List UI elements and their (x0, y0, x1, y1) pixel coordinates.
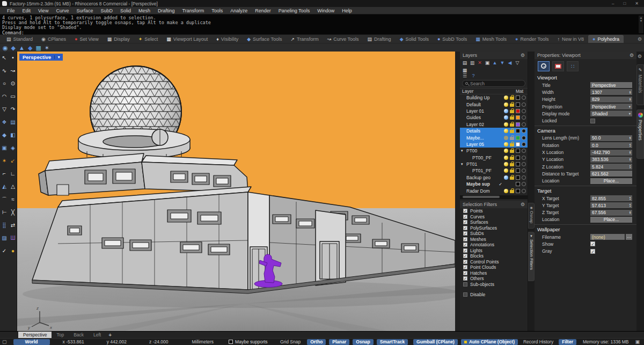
layer-list-hscrollbar[interactable] (460, 195, 528, 199)
layer-row-layer-01[interactable]: Layer 01 (460, 108, 528, 114)
pyramid-tool[interactable]: △ (9, 180, 17, 193)
delete-layer-icon[interactable]: ✕ (477, 60, 482, 65)
ellipse-tool[interactable]: ⊙ (9, 77, 17, 90)
layer-lock-icon[interactable] (510, 170, 514, 173)
status-world[interactable]: World (13, 339, 50, 345)
box-tool[interactable]: ▣ (0, 142, 9, 155)
layer-lock-icon[interactable] (510, 163, 514, 166)
toolbar-tab-select[interactable]: ✦Select (134, 35, 163, 43)
arc-tool[interactable]: ◠ (0, 90, 9, 103)
filter-layers-icon[interactable]: ▽ (515, 60, 520, 65)
filename-field[interactable]: (none) (590, 234, 625, 240)
checkbox-icon[interactable] (463, 282, 467, 287)
toolbar-tab-set-view[interactable]: ●Set View (70, 35, 103, 43)
toolbar-tab-new-in-v8[interactable]: ↑New in V8 (553, 35, 588, 43)
surface-tool[interactable]: ❖ (0, 116, 9, 129)
distance-to-target-field[interactable]: 621.562 (590, 171, 632, 177)
layer-lock-icon[interactable] (510, 123, 514, 127)
cone-tool[interactable]: ◭ (0, 180, 9, 193)
selection-filters-gear-icon[interactable]: ⚙ (521, 202, 525, 207)
menu-item-analyze[interactable]: Analyze (226, 8, 251, 13)
named-view-tool[interactable]: Ш (9, 232, 17, 245)
layer-visibility-bulb-icon[interactable] (504, 162, 508, 166)
filter-point-clouds[interactable]: ✓Point Clouds (460, 265, 528, 270)
menu-item-render[interactable]: Render (251, 8, 275, 13)
filter-surfaces[interactable]: ✓Surfaces (460, 219, 528, 225)
status-osnap[interactable]: Osnap (353, 339, 373, 345)
layer-material-icon[interactable] (522, 136, 526, 140)
status-auto-cplane[interactable]: Auto CPlane (Object) (461, 339, 518, 345)
layer-color-swatch[interactable] (516, 109, 520, 113)
detail-properties-button[interactable] (552, 61, 564, 71)
location-button[interactable]: Place... (590, 217, 632, 223)
layer-row-pt00[interactable]: ▾PT00 (460, 148, 528, 154)
toolbar-tab-subd-tools[interactable]: ●SubD Tools (433, 35, 471, 43)
layer-color-swatch[interactable] (516, 162, 520, 166)
layer-visibility-bulb-icon[interactable] (504, 122, 508, 127)
status-record-history[interactable]: Record History (523, 339, 553, 344)
layer-color-swatch[interactable] (516, 96, 520, 100)
status-grid-snap[interactable]: Grid Snap (280, 339, 301, 344)
layer-visibility-bulb-icon[interactable] (504, 189, 508, 193)
layer-lock-icon[interactable] (510, 104, 514, 107)
layer-row-pt00-pf[interactable]: PT00_PF (460, 155, 528, 161)
menu-item-help[interactable]: Help (338, 8, 356, 13)
layer-menu-icon[interactable]: ☰ (462, 73, 467, 78)
checkbox-icon[interactable]: ✓ (463, 209, 467, 213)
toolbar-tab-visibility[interactable]: ♦Visibility (212, 35, 243, 43)
pointer-tool[interactable]: ↖ (0, 52, 9, 64)
sphere-tool[interactable]: ◈ (9, 142, 17, 155)
layer-row-pt01[interactable]: ▾PT01 (460, 161, 528, 167)
viewport-title-dropdown[interactable]: Perspective ▼ (19, 54, 63, 61)
tab-selection-filters[interactable]: ▼ Selection Filters (528, 232, 535, 281)
status-gumball[interactable]: Gumball (CPlane) (413, 339, 458, 345)
toolbar-tab-standard[interactable]: ▤Standard (2, 35, 37, 43)
toolbar-tab-drafting[interactable]: ▤Drafting (363, 35, 396, 43)
viewport-tab-top[interactable]: Top (52, 332, 69, 339)
menu-item-file[interactable]: File (3, 8, 19, 13)
menu-item-view[interactable]: View (34, 8, 52, 13)
status-smarttrack[interactable]: SmartTrack (377, 339, 408, 345)
icosahedron-tool[interactable]: ▲ (19, 43, 25, 52)
gray-checkbox[interactable]: ✓ (590, 249, 595, 254)
layer-visibility-bulb-icon[interactable] (504, 175, 508, 180)
checkbox-icon[interactable]: ✓ (463, 265, 467, 269)
status-ortho[interactable]: Ortho (307, 339, 326, 345)
x-location-field[interactable]: -442.790▴▾ (590, 150, 632, 156)
toolbar-tab-solid-tools[interactable]: ◆Solid Tools (396, 35, 433, 43)
menu-item-transform[interactable]: Transform (179, 8, 208, 13)
layer-lock-icon[interactable] (510, 143, 514, 146)
layer-help-icon[interactable]: ? (471, 73, 476, 78)
layer-lock-icon[interactable] (510, 177, 514, 180)
browse-button[interactable]: … (626, 234, 632, 240)
loft-tool[interactable]: ◆ (0, 129, 9, 142)
layer-visibility-bulb-icon[interactable] (504, 109, 508, 113)
layer-row-maybe[interactable]: Maybe... (460, 134, 528, 141)
filter-blocks[interactable]: ✓Blocks (460, 253, 528, 259)
duplicate-layer-icon[interactable]: ▣ (485, 60, 490, 65)
pull-tool[interactable]: ↙ (9, 155, 17, 167)
checkbox-icon[interactable]: ✓ (463, 226, 467, 230)
show-checkbox[interactable]: ✓ (590, 241, 595, 246)
dodecahedron-tool[interactable]: ◆ (11, 43, 16, 52)
viewport-tab-perspective[interactable]: Perspective (18, 332, 52, 339)
move-up-icon[interactable]: ▲ (492, 60, 497, 65)
filter-points[interactable]: ✓Points (460, 208, 528, 214)
toolbar-options-gear-icon[interactable]: ⚙ (638, 36, 642, 42)
block-tool[interactable]: ▨ (0, 232, 9, 245)
layer-color-swatch[interactable] (516, 156, 520, 160)
tab-properties[interactable]: Properties (636, 109, 644, 159)
layer-lock-icon[interactable] (510, 97, 514, 100)
layer-color-swatch[interactable] (516, 168, 520, 173)
filter-curves[interactable]: ✓Curves (460, 214, 528, 219)
filter-polysurfaces[interactable]: ✓PolySurfaces (460, 225, 528, 231)
rectangle-tool[interactable]: ▭ (9, 90, 17, 103)
menu-item-subd[interactable]: SubD (97, 8, 116, 13)
layer-material-icon[interactable] (522, 149, 526, 153)
maximize-button[interactable]: □ (623, 1, 626, 6)
checkbox-icon[interactable] (463, 292, 467, 297)
layer-color-swatch[interactable] (516, 129, 520, 133)
layer-row-details[interactable]: Details (460, 128, 528, 134)
layer-lock-icon[interactable] (510, 116, 514, 120)
dimension-properties-button[interactable]: ∷ (567, 61, 579, 71)
